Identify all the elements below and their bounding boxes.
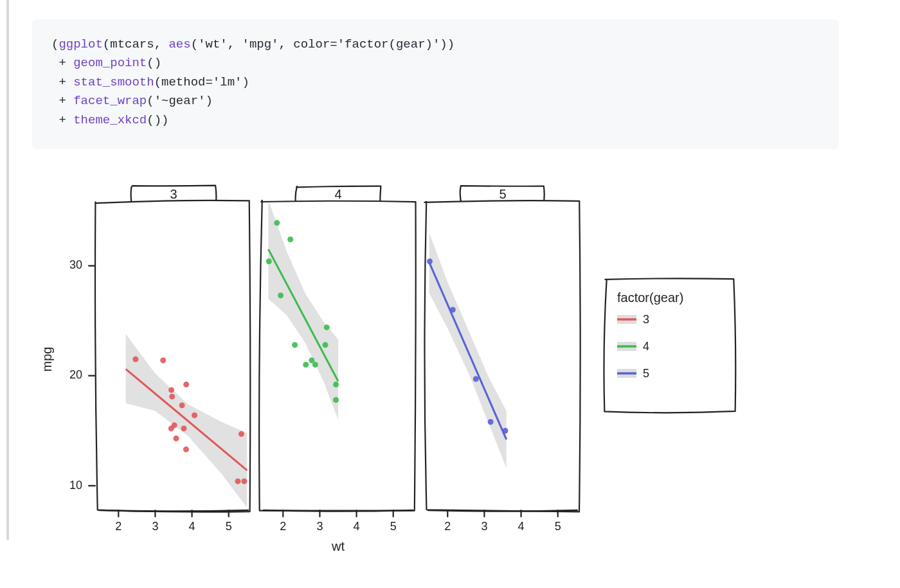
scatter-point (241, 478, 247, 484)
scatter-point (160, 357, 166, 363)
scatter-point (183, 447, 189, 452)
scatter-point (292, 342, 298, 348)
legend-title: factor(gear) (617, 290, 683, 305)
x-axis-label: wt (331, 539, 345, 553)
y-axis-label: mpg (40, 347, 54, 372)
legend-label: 5 (643, 367, 649, 380)
facet-strip-label: 3 (170, 187, 177, 201)
quote-rule (6, 0, 9, 540)
scatter-point (183, 382, 189, 388)
legend-label: 3 (643, 313, 649, 326)
scatter-point (303, 362, 309, 368)
facet-strip-label: 4 (334, 187, 341, 201)
scatter-point (235, 478, 241, 484)
facet-chart: mpg102030323454234552345wtfactor(gear)34… (32, 167, 752, 553)
x-tick-label: 2 (115, 520, 122, 533)
x-tick-label: 3 (481, 520, 487, 533)
scatter-point (333, 397, 339, 403)
scatter-point (450, 307, 456, 313)
scatter-point (239, 431, 244, 437)
code-block: (ggplot(mtcars, aes('wt', 'mpg', color='… (32, 19, 839, 149)
scatter-point (324, 325, 330, 330)
scatter-point (278, 292, 284, 298)
scatter-point (473, 376, 479, 382)
scatter-point (427, 258, 433, 264)
scatter-point (266, 258, 272, 264)
y-tick-label: 10 (69, 479, 82, 492)
x-tick-label: 2 (444, 520, 451, 533)
y-tick-label: 20 (69, 368, 82, 381)
scatter-point (488, 419, 494, 425)
facet-panel (424, 200, 580, 512)
legend-label: 4 (643, 340, 649, 353)
scatter-point (181, 425, 187, 431)
scatter-point (333, 382, 339, 388)
code-content: (ggplot(mtcars, aes('wt', 'mpg', color='… (51, 35, 820, 130)
facet-strip-label: 5 (499, 187, 506, 201)
x-tick-label: 4 (354, 520, 360, 533)
x-tick-label: 5 (226, 520, 232, 533)
scatter-point (174, 436, 179, 441)
scatter-point (287, 236, 293, 242)
scatter-point (274, 220, 280, 226)
y-tick-label: 30 (69, 258, 82, 271)
scatter-point (179, 402, 185, 408)
scatter-point (312, 362, 318, 368)
scatter-point (323, 342, 328, 348)
scatter-point (169, 394, 175, 400)
scatter-point (192, 413, 197, 418)
x-tick-label: 2 (280, 520, 286, 533)
x-tick-label: 3 (152, 520, 158, 533)
x-tick-label: 4 (189, 520, 195, 533)
scatter-point (168, 387, 174, 393)
x-tick-label: 5 (555, 520, 561, 533)
scatter-point (503, 428, 509, 434)
x-tick-label: 5 (390, 520, 397, 533)
scatter-point (132, 357, 138, 362)
x-tick-label: 3 (316, 520, 323, 533)
scatter-point (172, 422, 177, 428)
x-tick-label: 4 (518, 520, 525, 533)
